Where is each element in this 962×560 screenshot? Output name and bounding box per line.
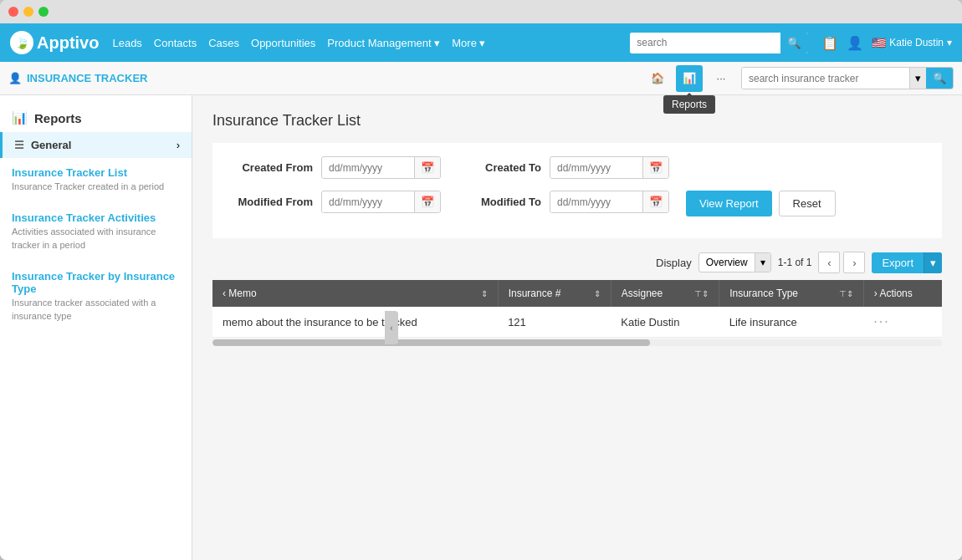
- row-actions-button[interactable]: ···: [873, 314, 889, 328]
- col-insurance-num[interactable]: Insurance # ⇕: [498, 280, 611, 307]
- cell-actions: ···: [863, 307, 942, 338]
- sidebar-item-title-list[interactable]: Insurance Tracker List: [12, 166, 180, 179]
- nav-product-management[interactable]: Product Management ▾: [327, 37, 440, 49]
- nav-opportunities[interactable]: Opportunities: [251, 37, 315, 49]
- close-btn[interactable]: [8, 7, 18, 17]
- filter-row-modified: Modified From 📅 Modified To 📅: [229, 187, 925, 216]
- col-memo[interactable]: ‹ Memo ⇕: [212, 280, 498, 307]
- display-select[interactable]: Overview ▾: [698, 252, 771, 272]
- global-search-button[interactable]: 🔍: [780, 33, 808, 53]
- created-from-calendar-icon[interactable]: 📅: [414, 157, 440, 178]
- export-dropdown-arrow[interactable]: ▾: [924, 252, 942, 273]
- modified-from-calendar-icon[interactable]: 📅: [414, 191, 440, 212]
- export-button[interactable]: Export ▾: [872, 252, 942, 273]
- insurance-type-sort-icon[interactable]: ⊤⇕: [839, 289, 853, 298]
- col-actions-label: › Actions: [874, 288, 913, 299]
- maximize-btn[interactable]: [38, 7, 49, 17]
- table-row: memo about the insurance to be tracked 1…: [212, 307, 942, 338]
- sub-nav: 👤 INSURANCE TRACKER 🏠 📊 Reports ··· ▾ 🔍: [0, 62, 962, 95]
- sidebar-item-title-activities[interactable]: Insurance Tracker Activities: [12, 211, 180, 224]
- notifications-icon[interactable]: 📋: [821, 35, 838, 51]
- created-to-field: Created To 📅: [458, 156, 669, 179]
- global-search-input[interactable]: [630, 33, 780, 53]
- memo-sort-icon[interactable]: ⇕: [481, 289, 488, 298]
- modified-from-input[interactable]: [322, 192, 414, 212]
- minimize-btn[interactable]: [23, 7, 33, 17]
- sidebar-reports-label: Reports: [34, 111, 82, 125]
- modified-to-label: Modified To: [458, 196, 541, 208]
- assignee-sort-icon[interactable]: ⊤⇕: [694, 289, 709, 298]
- col-insurance-type-label: Insurance Type: [729, 288, 798, 299]
- sidebar-collapse-handle[interactable]: ‹: [385, 311, 398, 344]
- created-from-input[interactable]: [322, 158, 414, 178]
- filter-form: Created From 📅 Created To 📅: [212, 143, 942, 238]
- sidebar-general-label: General: [31, 139, 71, 151]
- user-dropdown-icon: ▾: [947, 37, 952, 48]
- created-to-label: Created To: [458, 161, 541, 174]
- col-insurance-type[interactable]: Insurance Type ⊤⇕: [719, 280, 864, 307]
- table-header-row: ‹ Memo ⇕ Insurance # ⇕ A: [212, 280, 942, 307]
- display-value: Overview: [699, 253, 755, 272]
- nav-cases[interactable]: Cases: [208, 37, 239, 49]
- col-assignee[interactable]: Assignee ⊤⇕: [611, 280, 719, 307]
- filter-row-created: Created From 📅 Created To 📅: [229, 156, 925, 179]
- horizontal-scrollbar[interactable]: [212, 339, 942, 346]
- more-options-icon[interactable]: ···: [708, 65, 734, 92]
- content-area: ‹ Insurance Tracker List Created From 📅 …: [192, 95, 962, 560]
- sidebar-general-left: ☰ General: [14, 139, 71, 151]
- sidebar-reports-header: 📊 Reports: [0, 104, 192, 132]
- page-title: Insurance Tracker List: [212, 112, 942, 130]
- reports-icon[interactable]: 📊: [676, 65, 703, 92]
- pagination-next[interactable]: ›: [843, 252, 865, 273]
- sidebar-item-insurance-type: Insurance Tracker by Insurance Type Insu…: [0, 262, 192, 333]
- search-dropdown-arrow[interactable]: ▾: [909, 68, 926, 89]
- sidebar-item-title-type[interactable]: Insurance Tracker by Insurance Type: [12, 270, 180, 295]
- logo-icon: 🍃: [10, 31, 33, 54]
- logo: 🍃 Apptivo: [10, 31, 99, 54]
- logo-leaf-icon: 🍃: [15, 36, 29, 49]
- display-label: Display: [656, 257, 692, 269]
- modified-from-field: Modified From 📅: [229, 191, 441, 213]
- sidebar-general-item[interactable]: ☰ General ›: [0, 132, 192, 158]
- sidebar-item-activities: Insurance Tracker Activities Activities …: [0, 203, 192, 262]
- view-report-button[interactable]: View Report: [686, 191, 772, 216]
- modified-to-field: Modified To 📅: [458, 191, 669, 213]
- app-title-text: INSURANCE TRACKER: [27, 72, 147, 84]
- display-dropdown-arrow[interactable]: ▾: [755, 253, 770, 272]
- sidebar-general-chevron: ›: [177, 139, 180, 151]
- created-to-calendar-icon[interactable]: 📅: [642, 157, 668, 178]
- created-to-input[interactable]: [550, 158, 642, 178]
- pagination-info: 1-1 of 1: [778, 257, 812, 268]
- sub-nav-icons: 🏠 📊 Reports ···: [644, 65, 734, 92]
- cell-insurance-type: Life insurance: [719, 307, 864, 338]
- insurance-search-input[interactable]: [742, 69, 909, 89]
- nav-contacts[interactable]: Contacts: [154, 37, 197, 49]
- modified-from-input-wrap: 📅: [321, 191, 441, 213]
- nav-icons: 📋 👤 🇺🇸 Katie Dustin ▾: [821, 35, 952, 51]
- insurance-num-sort-icon[interactable]: ⇕: [594, 289, 601, 298]
- modified-to-calendar-icon[interactable]: 📅: [642, 191, 668, 212]
- settings-icon[interactable]: 👤: [847, 35, 863, 51]
- home-icon[interactable]: 🏠: [644, 65, 671, 92]
- insurance-search: ▾ 🔍: [741, 67, 954, 89]
- reports-icon-wrapper: 📊 Reports: [676, 65, 703, 92]
- cell-assignee: Katie Dustin: [611, 307, 719, 338]
- data-table: ‹ Memo ⇕ Insurance # ⇕ A: [212, 280, 942, 338]
- nav-more[interactable]: More ▾: [452, 37, 485, 49]
- pagination-prev[interactable]: ‹: [818, 252, 840, 273]
- created-from-input-wrap: 📅: [321, 156, 441, 179]
- col-insurance-num-label: Insurance #: [509, 288, 561, 299]
- general-icon: ☰: [14, 139, 24, 151]
- col-actions: › Actions: [863, 280, 942, 307]
- title-bar: [0, 0, 962, 23]
- modified-from-label: Modified From: [229, 196, 313, 208]
- nav-leads[interactable]: Leads: [112, 37, 141, 49]
- insurance-search-button[interactable]: 🔍: [926, 68, 953, 89]
- flag-icon: 🇺🇸: [872, 36, 886, 49]
- scroll-thumb: [212, 339, 650, 346]
- modified-to-input[interactable]: [550, 192, 642, 212]
- main-area: 📊 Reports ☰ General › Insurance Tracker …: [0, 95, 962, 560]
- sidebar-item-insurance-list: Insurance Tracker List Insurance Tracker…: [0, 158, 192, 203]
- user-menu[interactable]: 🇺🇸 Katie Dustin ▾: [872, 36, 952, 49]
- reset-button[interactable]: Reset: [779, 191, 836, 216]
